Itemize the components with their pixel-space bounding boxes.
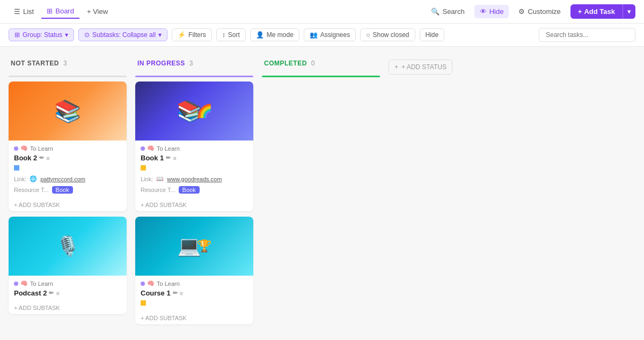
search-button[interactable]: 🔍 Search [426,5,470,18]
card-book1-group: To Learn [157,145,180,152]
add-task-group: + Add Task ▾ [570,4,635,19]
completed-label: COMPLETED [264,60,307,67]
card-podcast2[interactable]: 🎙️ 🧠 To Learn Podcast 2 ✏ ≡ + ADD SUBTAS… [9,217,127,314]
card-podcast2-body: 🧠 To Learn Podcast 2 ✏ ≡ [9,276,127,301]
card-course1-edit-icon[interactable]: ✏ [173,290,178,297]
show-closed-label: Show closed [372,31,409,39]
card-course1-body: 🧠 To Learn Course 1 ✏ ≡ [135,276,253,312]
subtasks-label: Subtasks: Collapse all [92,31,156,39]
card-book1-resource-tag: Book [179,186,200,194]
not-started-count: 3 [63,60,67,67]
card-book1-title-row: Book 1 ✏ ≡ [141,154,248,162]
assignees-chip[interactable]: 👥 Assignees [304,28,356,41]
card-book1-resource-row: Resource T... Book [141,185,248,195]
card-book2-ellipsis-icon[interactable]: ≡ [46,155,49,161]
hide-chip[interactable]: Hide [420,28,445,41]
group-chevron-icon: ▾ [65,31,68,39]
eye-icon: 👁 [480,8,487,16]
card-book2-resource-tag: Book [52,186,73,194]
filters-chip[interactable]: ⚡ Filters [172,28,212,41]
add-status-button[interactable]: + + ADD STATUS [389,60,452,75]
card-course1-add-subtask[interactable]: + ADD SUBTASK [135,312,253,324]
card-podcast2-emoji: 🧠 [20,280,28,287]
card-book1-add-subtask[interactable]: + ADD SUBTASK [135,198,253,211]
show-closed-chip[interactable]: ○ Show closed [360,28,415,41]
subtasks-chevron-icon: ▾ [158,31,162,39]
add-status-plus-icon: + [394,63,398,71]
column-header-completed: COMPLETED 0 [262,55,380,71]
card-book2-link-icon: 🌐 [30,175,37,182]
card-book2-edit-icon[interactable]: ✏ [39,154,44,161]
filter-icon: ⚡ [178,31,186,39]
list-icon: ☰ [14,8,20,16]
search-tasks-input[interactable] [539,28,635,42]
assignees-label: Assignees [320,31,350,39]
card-course1-title-text: Course 1 [141,289,171,297]
card-book2-add-subtask[interactable]: + ADD SUBTASK [9,198,127,211]
filters-label: Filters [188,31,206,39]
card-course1-status-dot [141,282,145,286]
subtasks-icon: ⊙ [84,31,90,39]
card-book1-image: 📚 🌈 [135,82,253,141]
customize-button[interactable]: ⚙ Customize [513,5,566,18]
card-course1[interactable]: 💻 🏆 🧠 To Learn Course 1 ✏ ≡ + ADD SU [135,217,253,324]
card-course1-meta: 🧠 To Learn [141,280,248,287]
in-progress-line [135,76,253,77]
card-book1-ellipsis-icon[interactable]: ≡ [173,155,176,161]
card-book2-link-value[interactable]: pattymccord.com [40,176,85,182]
column-title-in-progress: IN PROGRESS 3 [137,60,193,67]
card-book1-meta: 🧠 To Learn [141,145,248,152]
card-course1-ellipsis-icon[interactable]: ≡ [180,290,183,297]
card-podcast2-ellipsis-icon[interactable]: ≡ [56,290,59,297]
card-book1-resource-label: Resource T... [141,187,175,193]
search-label: Search [442,8,464,16]
me-mode-chip[interactable]: 👤 Me mode [250,28,299,41]
top-nav: ☰ List ⊞ Board + View 🔍 Search 👁 Hide ⚙ … [0,0,644,24]
search-icon: 🔍 [431,8,440,16]
card-book1-link-row: Link: 📖 www.goodreads.com [141,174,248,183]
card-book1-link-value[interactable]: www.goodreads.com [167,176,222,182]
sort-chip[interactable]: ↕ Sort [216,28,246,41]
card-podcast2-group: To Learn [30,280,53,287]
plus-icon: + [578,8,582,16]
board-icon: ⊞ [47,7,53,15]
card-podcast2-title-text: Podcast 2 [14,289,47,297]
card-course1-image: 💻 🏆 [135,217,253,276]
card-book2-title-text: Book 2 [14,154,37,162]
card-book2-meta: 🧠 To Learn [14,145,121,152]
card-book2-resource-row: Resource T... Book [14,185,121,195]
card-book2-link-label: Link: [14,176,26,182]
card-book2-link-row: Link: 🌐 pattymccord.com [14,174,121,183]
board-view-button[interactable]: ⊞ Board [41,4,79,19]
card-book1-title-text: Book 1 [141,154,164,162]
card-book1-link-label: Link: [141,176,153,182]
card-book1[interactable]: 📚 🌈 🧠 To Learn Book 1 ✏ ≡ Link [135,82,253,211]
card-book2[interactable]: 📚 🧠 To Learn Book 2 ✏ ≡ Link: [9,82,127,211]
add-view-label: + View [87,8,108,16]
list-view-button[interactable]: ☰ List [9,5,39,18]
card-book2-group: To Learn [30,145,53,152]
assignees-icon: 👥 [310,31,318,39]
show-closed-icon: ○ [366,31,370,39]
card-podcast2-title-row: Podcast 2 ✏ ≡ [14,289,121,297]
card-podcast2-add-subtask[interactable]: + ADD SUBTASK [9,301,127,314]
card-book2-flag [14,165,19,171]
subtasks-chip[interactable]: ⊙ Subtasks: Collapse all ▾ [78,28,167,41]
hide-label: Hide [489,8,504,16]
add-task-button[interactable]: + Add Task [570,4,623,19]
group-status-chip[interactable]: ⊞ Group: Status ▾ [9,28,74,41]
card-course1-flag [141,300,146,306]
card-course1-group: To Learn [157,280,180,287]
add-task-dropdown-button[interactable]: ▾ [623,4,635,19]
card-podcast2-edit-icon[interactable]: ✏ [49,290,54,297]
column-header-in-progress: IN PROGRESS 3 [135,55,253,71]
column-not-started: NOT STARTED 3 📚 🧠 To Learn Book 2 ✏ ≡ [9,55,127,331]
group-label: Group: Status [23,31,62,39]
board-area: NOT STARTED 3 📚 🧠 To Learn Book 2 ✏ ≡ [0,47,644,339]
card-course1-emoji: 🧠 [147,280,155,287]
add-view-button[interactable]: + View [82,5,113,18]
card-book1-edit-icon[interactable]: ✏ [166,154,171,161]
hide-button[interactable]: 👁 Hide [474,5,509,18]
completed-line [262,76,380,77]
card-book2-resource-label: Resource T... [14,187,49,193]
